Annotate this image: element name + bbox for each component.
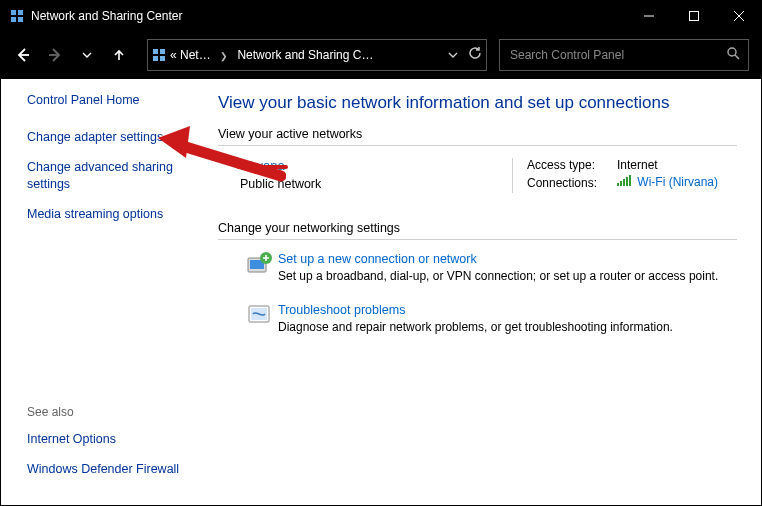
- sidebar-link-adapter[interactable]: Change adapter settings: [27, 129, 187, 146]
- close-button[interactable]: [716, 1, 761, 31]
- breadcrumb-text: « Net… ❯ Network and Sharing C…: [170, 48, 373, 62]
- titlebar: Network and Sharing Center: [1, 1, 761, 31]
- search-icon[interactable]: [726, 46, 740, 64]
- sidebar-link-advanced-sharing[interactable]: Change advanced sharing settings: [27, 159, 187, 193]
- sidebar: Control Panel Home Change adapter settin…: [1, 79, 206, 505]
- wifi-signal-icon: [617, 175, 631, 190]
- svg-rect-1: [18, 10, 23, 15]
- svg-rect-19: [626, 177, 628, 186]
- svg-rect-16: [617, 183, 619, 186]
- svg-rect-18: [623, 179, 625, 186]
- seealso-defender-firewall[interactable]: Windows Defender Firewall: [27, 461, 187, 478]
- divider: [218, 239, 737, 240]
- recent-dropdown[interactable]: [73, 41, 101, 69]
- setup-connection-title[interactable]: Set up a new connection or network: [278, 252, 718, 266]
- main-panel: View your basic network information and …: [206, 79, 761, 505]
- troubleshoot-icon: [242, 303, 278, 333]
- divider: [218, 145, 737, 146]
- svg-line-15: [735, 55, 739, 59]
- svg-rect-13: [160, 56, 165, 61]
- seealso-label: See also: [27, 405, 200, 419]
- content-area: Control Panel Home Change adapter settin…: [1, 79, 761, 505]
- active-network-row: Nirvana Public network Access type: Inte…: [218, 158, 737, 193]
- back-button[interactable]: [9, 41, 37, 69]
- svg-rect-17: [620, 181, 622, 186]
- svg-rect-2: [11, 17, 16, 22]
- app-icon: [9, 8, 25, 24]
- troubleshoot-desc: Diagnose and repair network problems, or…: [278, 320, 673, 334]
- address-dropdown[interactable]: [448, 46, 458, 64]
- access-type-value: Internet: [617, 158, 658, 172]
- active-networks-label: View your active networks: [218, 127, 737, 141]
- svg-rect-5: [689, 12, 698, 21]
- vertical-divider: [512, 158, 513, 193]
- forward-button[interactable]: [41, 41, 69, 69]
- access-type-label: Access type:: [527, 158, 617, 172]
- refresh-button[interactable]: [468, 46, 482, 64]
- page-heading: View your basic network information and …: [218, 93, 737, 113]
- window-root: Network and Sharing Center: [0, 0, 762, 506]
- network-name: Nirvana: [240, 158, 498, 173]
- network-type: Public network: [240, 177, 498, 191]
- setup-connection-icon: [242, 252, 278, 282]
- sidebar-link-media-streaming[interactable]: Media streaming options: [27, 206, 187, 223]
- address-icon: [148, 48, 170, 62]
- change-settings-label: Change your networking settings: [218, 221, 737, 235]
- connection-link[interactable]: Wi-Fi (Nirvana): [637, 175, 718, 189]
- address-bar[interactable]: « Net… ❯ Network and Sharing C…: [147, 39, 487, 71]
- minimize-button[interactable]: [626, 1, 671, 31]
- svg-rect-11: [160, 49, 165, 54]
- troubleshoot-title[interactable]: Troubleshoot problems: [278, 303, 673, 317]
- svg-rect-12: [153, 56, 158, 61]
- troubleshoot-item[interactable]: Troubleshoot problems Diagnose and repai…: [242, 303, 737, 334]
- search-bar[interactable]: [499, 39, 749, 71]
- svg-rect-20: [629, 175, 631, 186]
- seealso-internet-options[interactable]: Internet Options: [27, 431, 187, 448]
- svg-point-14: [728, 48, 736, 56]
- chevron-right-icon: ❯: [220, 51, 228, 61]
- svg-rect-3: [18, 17, 23, 22]
- maximize-button[interactable]: [671, 1, 716, 31]
- setup-connection-item[interactable]: Set up a new connection or network Set u…: [242, 252, 737, 283]
- svg-rect-10: [153, 49, 158, 54]
- control-panel-home-link[interactable]: Control Panel Home: [27, 93, 200, 107]
- connections-label: Connections:: [527, 176, 617, 190]
- svg-rect-0: [11, 10, 16, 15]
- window-title: Network and Sharing Center: [31, 9, 626, 23]
- up-button[interactable]: [105, 41, 133, 69]
- search-input[interactable]: [508, 47, 726, 63]
- toolbar: « Net… ❯ Network and Sharing C…: [1, 31, 761, 79]
- setup-connection-desc: Set up a broadband, dial-up, or VPN conn…: [278, 269, 718, 283]
